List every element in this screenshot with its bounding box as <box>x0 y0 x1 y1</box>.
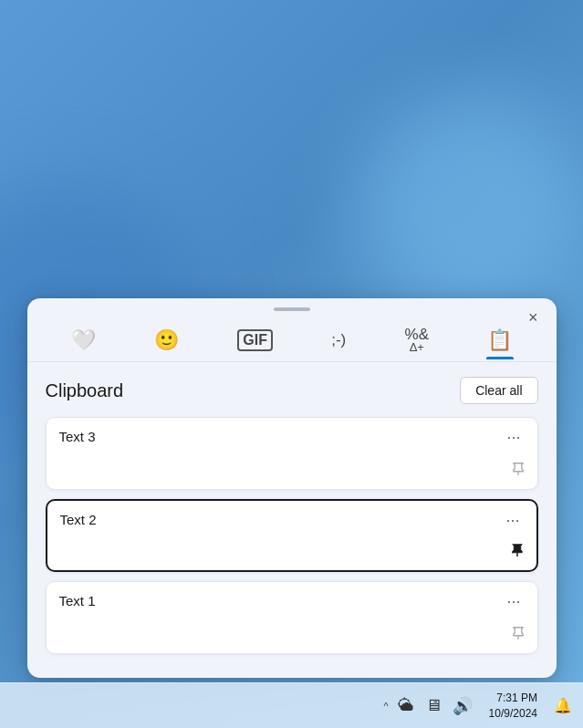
taskbar-time[interactable]: 7:31 PM 10/9/2024 <box>489 691 537 722</box>
date: 10/9/2024 <box>489 706 537 722</box>
clip-text-2: Text 2 <box>60 512 97 527</box>
tab-favorites[interactable]: 🤍 <box>58 323 109 359</box>
clip-pin-2[interactable] <box>509 541 526 561</box>
clipboard-item-text3[interactable]: Text 3 ··· <box>46 417 538 490</box>
notification-bell-icon[interactable]: 🔔 <box>554 697 572 714</box>
clipboard-tab-icon: 📋 <box>487 328 512 352</box>
content-area: Clipboard Clear all Text 3 ··· Text 2 ··… <box>27 362 557 654</box>
tab-clipboard[interactable]: 📋 <box>474 323 525 359</box>
clip-more-button-3[interactable]: ··· <box>501 427 526 447</box>
clip-text-1: Text 1 <box>59 593 96 608</box>
clip-pin-3[interactable] <box>510 460 526 480</box>
kaomoji-icon: ;-) <box>331 331 346 349</box>
header-row: Clipboard Clear all <box>46 377 538 404</box>
clipboard-panel: × 🤍 🙂 GIF ;-) %&Δ+ 📋 Clipboard Clear all <box>27 298 557 678</box>
clip-more-button-1[interactable]: ··· <box>501 591 526 611</box>
cloud-icon[interactable]: 🌥 <box>398 696 414 715</box>
clip-text-3: Text 3 <box>59 429 96 444</box>
taskbar-chevron[interactable]: ^ <box>383 701 388 712</box>
emoji-icon: 🙂 <box>154 328 179 352</box>
tab-symbols[interactable]: %&Δ+ <box>392 320 442 361</box>
clip-more-button-2[interactable]: ··· <box>500 510 525 530</box>
taskbar: ^ 🌥 🖥 🔊 7:31 PM 10/9/2024 🔔 <box>0 682 583 728</box>
clip-pin-1[interactable] <box>510 624 526 644</box>
favorites-icon: 🤍 <box>71 328 96 352</box>
drag-handle[interactable] <box>27 298 557 317</box>
tab-emoji[interactable]: 🙂 <box>141 323 192 359</box>
display-icon[interactable]: 🖥 <box>425 696 442 715</box>
tab-gif[interactable]: GIF <box>224 324 286 359</box>
gif-icon: GIF <box>237 329 273 351</box>
tab-bar: 🤍 🙂 GIF ;-) %&Δ+ 📋 <box>27 317 557 362</box>
symbols-icon: %&Δ+ <box>405 326 429 354</box>
tab-kaomoji[interactable]: ;-) <box>318 326 359 357</box>
clipboard-title: Clipboard <box>46 380 124 401</box>
active-indicator <box>486 357 514 359</box>
clipboard-item-text2[interactable]: Text 2 ··· <box>46 499 538 572</box>
volume-icon[interactable]: 🔊 <box>453 696 473 716</box>
drag-handle-bar <box>274 307 310 311</box>
clock: 7:31 PM <box>489 691 537 706</box>
clipboard-item-text1[interactable]: Text 1 ··· <box>46 581 538 654</box>
close-button[interactable]: × <box>523 306 544 329</box>
clear-all-button[interactable]: Clear all <box>460 377 537 404</box>
taskbar-system-icons: 🌥 🖥 🔊 <box>398 696 473 716</box>
